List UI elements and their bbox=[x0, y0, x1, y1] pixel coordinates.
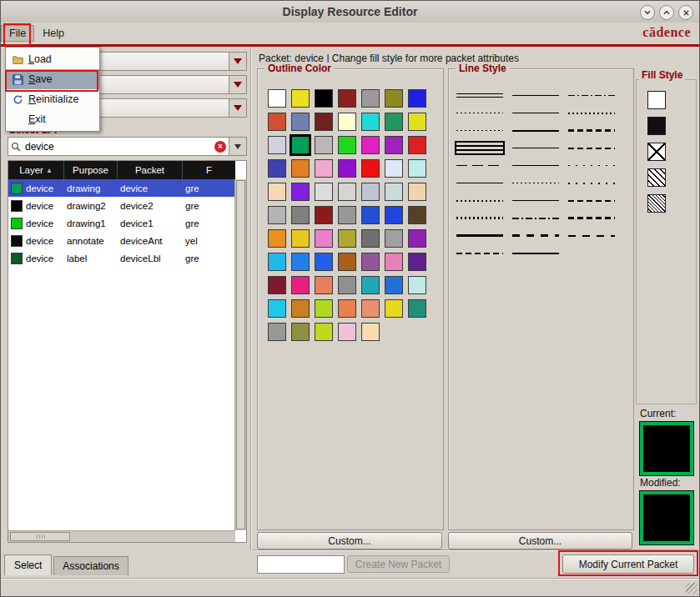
color-swatch[interactable] bbox=[408, 206, 426, 224]
color-swatch[interactable] bbox=[338, 113, 356, 131]
line-style-option[interactable] bbox=[512, 160, 559, 171]
color-swatch[interactable] bbox=[268, 89, 286, 108]
minimize-button[interactable] bbox=[640, 5, 655, 20]
menu-item-exit[interactable]: Exit bbox=[6, 109, 99, 129]
color-swatch[interactable] bbox=[338, 159, 356, 178]
scrollbar-thumb[interactable] bbox=[236, 180, 245, 529]
color-swatch[interactable] bbox=[315, 136, 333, 154]
tab-select[interactable]: Select bbox=[4, 554, 52, 575]
line-style-option[interactable] bbox=[456, 178, 503, 188]
line-style-option[interactable] bbox=[568, 108, 615, 118]
color-swatch[interactable] bbox=[361, 159, 380, 178]
color-swatch[interactable] bbox=[385, 299, 403, 318]
color-swatch[interactable] bbox=[315, 323, 333, 341]
chevron-down-icon[interactable] bbox=[229, 53, 246, 70]
color-swatch[interactable] bbox=[268, 229, 286, 248]
clear-x-icon[interactable]: × bbox=[214, 141, 226, 153]
color-swatch[interactable] bbox=[361, 323, 380, 341]
color-swatch[interactable] bbox=[338, 136, 356, 154]
line-style-option[interactable] bbox=[568, 213, 615, 223]
menubar-file[interactable]: File bbox=[1, 25, 34, 42]
outline-custom-button[interactable]: Custom... bbox=[257, 532, 442, 549]
color-swatch[interactable] bbox=[291, 276, 310, 294]
line-style-option[interactable] bbox=[456, 90, 503, 101]
color-swatch[interactable] bbox=[361, 276, 380, 294]
table-row[interactable]: devicedrawingdevicegre bbox=[8, 179, 235, 197]
line-style-option[interactable] bbox=[568, 195, 615, 206]
header-purpose[interactable]: Purpose bbox=[64, 161, 118, 179]
table-horizontal-scrollbar[interactable] bbox=[8, 530, 235, 542]
color-swatch[interactable] bbox=[385, 113, 403, 131]
color-swatch[interactable] bbox=[361, 136, 380, 154]
line-style-option[interactable] bbox=[456, 160, 503, 171]
color-swatch[interactable] bbox=[315, 299, 333, 318]
color-swatch[interactable] bbox=[268, 113, 286, 131]
create-new-packet-button[interactable]: Create New Packet bbox=[347, 555, 450, 573]
color-swatch[interactable] bbox=[291, 206, 310, 224]
line-style-option[interactable] bbox=[512, 230, 559, 241]
color-swatch[interactable] bbox=[315, 253, 333, 271]
color-swatch[interactable] bbox=[268, 299, 286, 318]
scrollbar-thumb[interactable] bbox=[10, 532, 70, 541]
color-swatch[interactable] bbox=[338, 299, 356, 318]
color-swatch[interactable] bbox=[408, 253, 426, 271]
line-style-option[interactable] bbox=[512, 178, 559, 188]
line-style-option[interactable] bbox=[456, 248, 503, 258]
color-swatch[interactable] bbox=[408, 276, 426, 294]
color-swatch[interactable] bbox=[338, 276, 356, 294]
color-swatch[interactable] bbox=[361, 89, 380, 108]
color-swatch[interactable] bbox=[385, 253, 403, 271]
color-swatch[interactable] bbox=[291, 253, 310, 271]
header-fill[interactable]: F bbox=[183, 161, 235, 179]
color-swatch[interactable] bbox=[291, 159, 310, 178]
search-box[interactable]: × bbox=[8, 137, 229, 156]
color-swatch[interactable] bbox=[385, 229, 403, 248]
color-swatch[interactable] bbox=[291, 323, 310, 341]
color-swatch[interactable] bbox=[408, 183, 426, 201]
color-swatch[interactable] bbox=[315, 183, 333, 201]
color-swatch[interactable] bbox=[338, 253, 356, 271]
line-style-option[interactable] bbox=[568, 90, 615, 101]
search-dropdown-button[interactable] bbox=[229, 137, 247, 156]
line-style-option[interactable] bbox=[456, 213, 503, 223]
color-swatch[interactable] bbox=[315, 159, 333, 178]
line-style-option[interactable] bbox=[512, 108, 559, 118]
line-style-option[interactable] bbox=[456, 143, 503, 153]
color-swatch[interactable] bbox=[291, 183, 310, 201]
line-custom-button[interactable]: Custom... bbox=[448, 532, 632, 549]
menu-item-load[interactable]: Load bbox=[6, 49, 99, 69]
color-swatch[interactable] bbox=[385, 159, 403, 178]
color-swatch[interactable] bbox=[408, 299, 426, 318]
color-swatch[interactable] bbox=[408, 113, 426, 131]
color-swatch[interactable] bbox=[315, 206, 333, 224]
color-swatch[interactable] bbox=[338, 89, 356, 108]
fill-style-solid[interactable] bbox=[647, 117, 666, 135]
titlebar[interactable]: Display Resource Editor bbox=[1, 1, 699, 23]
line-style-option[interactable] bbox=[456, 195, 503, 206]
line-style-option[interactable] bbox=[512, 90, 559, 101]
table-row[interactable]: devicedrawing2device2gre bbox=[8, 197, 235, 214]
color-swatch[interactable] bbox=[361, 253, 380, 271]
chevron-down-icon[interactable] bbox=[229, 76, 246, 93]
color-swatch[interactable] bbox=[315, 113, 333, 131]
color-swatch[interactable] bbox=[385, 89, 403, 108]
menubar-help[interactable]: Help bbox=[34, 25, 73, 42]
close-button[interactable] bbox=[678, 5, 693, 20]
color-swatch[interactable] bbox=[361, 183, 380, 201]
color-swatch[interactable] bbox=[291, 299, 310, 318]
line-style-option[interactable] bbox=[456, 230, 503, 241]
line-style-option[interactable] bbox=[512, 248, 559, 258]
color-swatch[interactable] bbox=[361, 229, 380, 248]
color-swatch[interactable] bbox=[268, 276, 286, 294]
color-swatch[interactable] bbox=[408, 136, 426, 154]
color-swatch[interactable] bbox=[291, 113, 310, 131]
header-layer[interactable]: Layer▲ bbox=[8, 161, 64, 179]
new-packet-name-input[interactable] bbox=[257, 555, 345, 574]
color-swatch[interactable] bbox=[338, 323, 356, 341]
color-swatch[interactable] bbox=[338, 229, 356, 248]
line-style-option[interactable] bbox=[456, 125, 503, 136]
line-style-option[interactable] bbox=[568, 143, 615, 153]
color-swatch[interactable] bbox=[385, 136, 403, 154]
modify-current-packet-button[interactable]: Modify Current Packet bbox=[562, 554, 694, 574]
table-row[interactable]: devicelabeldeviceLblgre bbox=[8, 249, 235, 267]
